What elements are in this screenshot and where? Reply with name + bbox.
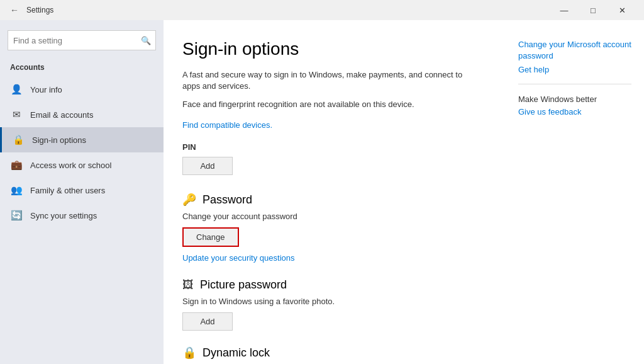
picture-password-subtitle: Sign in to Windows using a favorite phot…	[182, 297, 480, 306]
search-input[interactable]	[8, 30, 156, 50]
main-container: 🔍 Accounts 👤 Your info ✉ Email & account…	[0, 20, 644, 364]
sidebar-item-sign-in-options[interactable]: 🔒 Sign-in options	[0, 127, 164, 152]
pin-section: PIN Add	[182, 142, 480, 175]
password-change-button[interactable]: Change	[182, 227, 239, 247]
title-bar: ← Settings — □ ✕	[0, 0, 644, 20]
dynamic-lock-header: 🔒 Dynamic lock	[182, 346, 480, 360]
work-icon: 💼	[10, 159, 23, 171]
feedback-link[interactable]: Give us feedback	[518, 106, 631, 118]
sidebar: 🔍 Accounts 👤 Your info ✉ Email & account…	[0, 20, 164, 364]
picture-password-title: Picture password	[200, 278, 287, 292]
minimize-button[interactable]: —	[550, 0, 579, 20]
sidebar-item-your-info[interactable]: 👤 Your info	[0, 77, 164, 102]
make-windows-better-label: Make Windows better	[518, 94, 631, 104]
pin-label: PIN	[182, 142, 480, 152]
pin-add-button[interactable]: Add	[182, 157, 233, 175]
dynamic-lock-title: Dynamic lock	[203, 346, 270, 360]
sync-icon: 🔄	[10, 210, 23, 221]
get-help-link[interactable]: Get help	[518, 64, 631, 76]
right-panel: Change your Microsoft account password G…	[506, 20, 644, 364]
security-questions-link[interactable]: Update your security questions	[182, 253, 294, 263]
dynamic-lock-icon: 🔒	[182, 346, 196, 360]
sync-label: Sync your settings	[30, 211, 97, 220]
compatible-devices-link[interactable]: Find compatible devices.	[182, 120, 272, 130]
title-bar-controls: — □ ✕	[550, 0, 636, 20]
title-bar-title: Settings	[26, 6, 53, 14]
password-header: 🔑 Password	[182, 193, 480, 207]
sidebar-item-family-users[interactable]: 👥 Family & other users	[0, 178, 164, 203]
picture-password-add-button[interactable]: Add	[182, 312, 233, 331]
dynamic-lock-section: 🔒 Dynamic lock	[182, 346, 480, 360]
sign-in-label: Sign-in options	[32, 135, 86, 145]
picture-password-section: 🖼 Picture password Sign in to Windows us…	[182, 278, 480, 331]
your-info-icon: 👤	[10, 84, 23, 95]
email-icon: ✉	[10, 109, 23, 120]
family-icon: 👥	[10, 185, 23, 196]
picture-password-header: 🖼 Picture password	[182, 278, 480, 292]
sidebar-item-sync-settings[interactable]: 🔄 Sync your settings	[0, 203, 164, 228]
sidebar-section-title: Accounts	[0, 60, 164, 77]
access-work-label: Access work or school	[30, 161, 111, 170]
picture-password-icon: 🖼	[182, 278, 194, 292]
your-info-label: Your info	[30, 85, 62, 94]
title-bar-left: ← Settings	[8, 5, 53, 15]
close-button[interactable]: ✕	[608, 0, 636, 20]
password-subtitle: Change your account password	[182, 212, 480, 221]
sign-in-icon: 🔒	[12, 134, 25, 145]
sidebar-item-access-work[interactable]: 💼 Access work or school	[0, 152, 164, 178]
back-button[interactable]: ←	[8, 5, 21, 15]
content-description: A fast and secure way to sign in to Wind…	[182, 69, 480, 92]
page-title: Sign-in options	[182, 39, 480, 59]
password-title: Password	[203, 193, 252, 207]
family-label: Family & other users	[30, 186, 105, 195]
right-panel-divider	[518, 84, 631, 84]
microsoft-account-link[interactable]: Change your Microsoft account password	[518, 39, 631, 62]
search-container: 🔍	[8, 30, 156, 50]
password-section: 🔑 Password Change your account password …	[182, 193, 480, 263]
biometric-warning: Face and fingerprint recognition are not…	[182, 100, 480, 109]
maximize-button[interactable]: □	[579, 0, 608, 20]
email-accounts-label: Email & accounts	[30, 110, 93, 120]
content-area: Sign-in options A fast and secure way to…	[164, 20, 506, 364]
password-icon: 🔑	[182, 193, 196, 207]
sidebar-item-email-accounts[interactable]: ✉ Email & accounts	[0, 102, 164, 127]
search-icon: 🔍	[141, 36, 151, 45]
